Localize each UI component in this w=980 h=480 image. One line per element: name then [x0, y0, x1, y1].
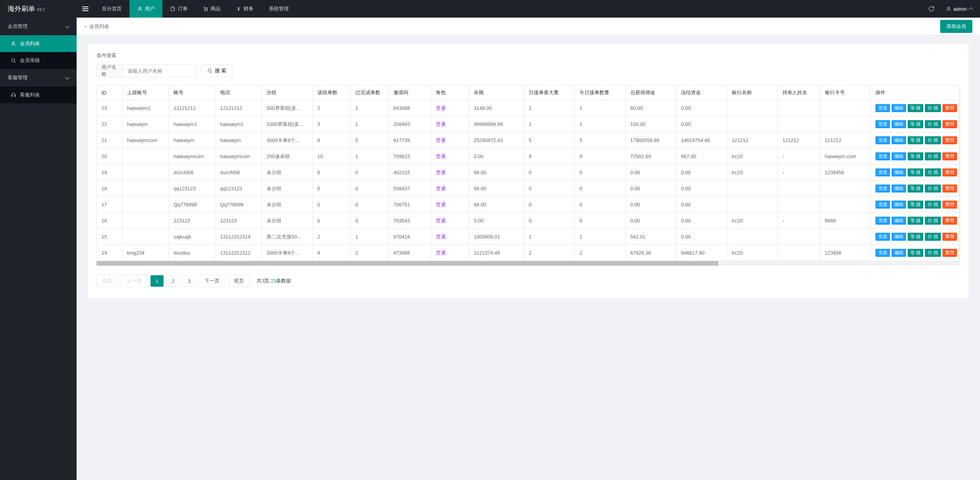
- group-button[interactable]: 分 组: [925, 217, 941, 225]
- sidebar-group-0[interactable]: 会员管理: [0, 18, 77, 35]
- edit-button[interactable]: 编辑: [892, 233, 906, 241]
- recharge-button[interactable]: 充值: [875, 184, 890, 193]
- user-menu[interactable]: admin: [942, 6, 976, 12]
- sidebar-item-0-0[interactable]: 会员列表: [0, 35, 77, 52]
- group-button[interactable]: 分 组: [925, 249, 941, 257]
- sidebar-item-0-1[interactable]: 会员等级: [0, 52, 77, 69]
- recharge-button[interactable]: 充值: [875, 152, 890, 160]
- group-button[interactable]: 分 组: [925, 104, 941, 112]
- cell-max: 0: [524, 213, 575, 229]
- edit-button[interactable]: 编辑: [892, 136, 906, 144]
- group-button[interactable]: 分 组: [925, 136, 941, 144]
- page-next[interactable]: 下一页: [199, 275, 225, 287]
- level-button[interactable]: 等 级: [908, 217, 923, 225]
- page-prev[interactable]: 上一页: [121, 275, 147, 287]
- group-button[interactable]: 分 组: [925, 120, 941, 128]
- col-header-15: 持有人姓名: [778, 85, 820, 100]
- cell-bal: 0.00: [469, 149, 524, 165]
- level-button[interactable]: 等 级: [908, 104, 923, 112]
- disable-button[interactable]: 禁用: [942, 184, 957, 193]
- page-3[interactable]: 3: [183, 275, 196, 287]
- group-button[interactable]: 分 组: [925, 184, 941, 193]
- disable-button[interactable]: 禁用: [942, 168, 957, 176]
- svg-point-9: [208, 69, 211, 72]
- sidebar-group-1[interactable]: 客服管理: [0, 69, 77, 87]
- cell-holder: -: [778, 149, 820, 165]
- level-button[interactable]: 等 级: [908, 120, 923, 128]
- cell-invite: 556437: [389, 181, 431, 197]
- sidebar-group-label: 客服管理: [8, 74, 28, 81]
- cell-done: 1: [350, 149, 388, 165]
- cell-acct: haiwaiymcom: [169, 149, 215, 165]
- nav-item-home[interactable]: 后台首页: [94, 0, 129, 18]
- cell-frozen: 0.00: [676, 116, 727, 132]
- disable-button[interactable]: 禁用: [942, 249, 957, 257]
- recharge-button[interactable]: 充值: [875, 201, 890, 209]
- nav-item-user[interactable]: 用户: [129, 0, 162, 18]
- scrollbar-thumb[interactable]: [97, 261, 718, 266]
- recharge-button[interactable]: 充值: [875, 104, 890, 112]
- group-button[interactable]: 分 组: [925, 152, 941, 160]
- level-button[interactable]: 等 级: [908, 168, 923, 176]
- nav-item-order[interactable]: 订单: [162, 0, 195, 18]
- recharge-button[interactable]: 充值: [875, 120, 890, 128]
- input-addon: 用户名称: [97, 65, 124, 77]
- chevron-down-icon: [65, 75, 69, 79]
- disable-button[interactable]: 禁用: [942, 136, 957, 144]
- nav-item-system[interactable]: 系统管理: [261, 0, 296, 18]
- disable-button[interactable]: 禁用: [942, 233, 957, 241]
- edit-button[interactable]: 编辑: [892, 104, 906, 112]
- sidebar-item-1-0[interactable]: 客服列表: [0, 87, 77, 103]
- row-actions: 充值 编辑 等 级 分 组 禁用: [875, 233, 955, 241]
- table-wrap[interactable]: ID上级账号账号电话分组该组单数已完成单数邀请码角色余额日接单最大量今日接单数量…: [97, 85, 960, 261]
- refresh-button[interactable]: [924, 0, 939, 18]
- cell-phone: dszcfd56: [215, 165, 262, 181]
- page-1[interactable]: 1: [151, 275, 164, 287]
- add-member-button[interactable]: 添加会员: [940, 20, 972, 33]
- recharge-button[interactable]: 充值: [875, 136, 890, 144]
- group-button[interactable]: 分 组: [925, 201, 941, 209]
- level-button[interactable]: 等 级: [908, 184, 923, 193]
- cell-card: 123456: [820, 245, 871, 261]
- username-input[interactable]: [124, 65, 196, 77]
- edit-button[interactable]: 编辑: [892, 120, 906, 128]
- page-first[interactable]: 首页: [97, 275, 118, 287]
- page-last[interactable]: 尾页: [228, 275, 250, 287]
- level-button[interactable]: 等 级: [908, 152, 923, 160]
- group-button[interactable]: 分 组: [925, 168, 941, 176]
- nav-item-goods[interactable]: 商品: [195, 0, 228, 18]
- level-button[interactable]: 等 级: [908, 233, 923, 241]
- recharge-button[interactable]: 充值: [875, 233, 890, 241]
- nav-item-finance[interactable]: 财务: [228, 0, 261, 18]
- cell-card: [820, 229, 871, 245]
- recharge-button[interactable]: 充值: [875, 249, 890, 257]
- recharge-button[interactable]: 充值: [875, 168, 890, 176]
- cell-ops: 充值 编辑 等 级 分 组 禁用: [871, 100, 960, 116]
- search-button[interactable]: 搜 索: [201, 64, 233, 77]
- refresh-icon: [928, 6, 934, 12]
- col-header-12: 总获得佣金: [625, 85, 676, 100]
- cell-bal: 25280872.43: [469, 132, 524, 149]
- disable-button[interactable]: 禁用: [942, 217, 957, 225]
- cell-max: 0: [524, 165, 575, 181]
- edit-button[interactable]: 编辑: [892, 152, 906, 160]
- level-button[interactable]: 等 级: [908, 201, 923, 209]
- page-2[interactable]: 2: [167, 275, 180, 287]
- disable-button[interactable]: 禁用: [942, 201, 957, 209]
- sidebar-toggle[interactable]: [77, 0, 94, 18]
- disable-button[interactable]: 禁用: [942, 152, 957, 160]
- edit-button[interactable]: 编辑: [892, 249, 906, 257]
- table-scrollbar[interactable]: [97, 261, 960, 266]
- edit-button[interactable]: 编辑: [892, 217, 906, 225]
- disable-button[interactable]: 禁用: [942, 120, 957, 128]
- edit-button[interactable]: 编辑: [892, 184, 906, 193]
- level-button[interactable]: 等 级: [908, 249, 923, 257]
- disable-button[interactable]: 禁用: [942, 104, 957, 112]
- edit-button[interactable]: 编辑: [892, 168, 906, 176]
- cell-phone: 13112312312: [215, 245, 262, 261]
- edit-button[interactable]: 编辑: [892, 201, 906, 209]
- group-button[interactable]: 分 组: [925, 233, 941, 241]
- cell-max: 2: [524, 245, 575, 261]
- level-button[interactable]: 等 级: [908, 136, 923, 144]
- recharge-button[interactable]: 充值: [875, 217, 890, 225]
